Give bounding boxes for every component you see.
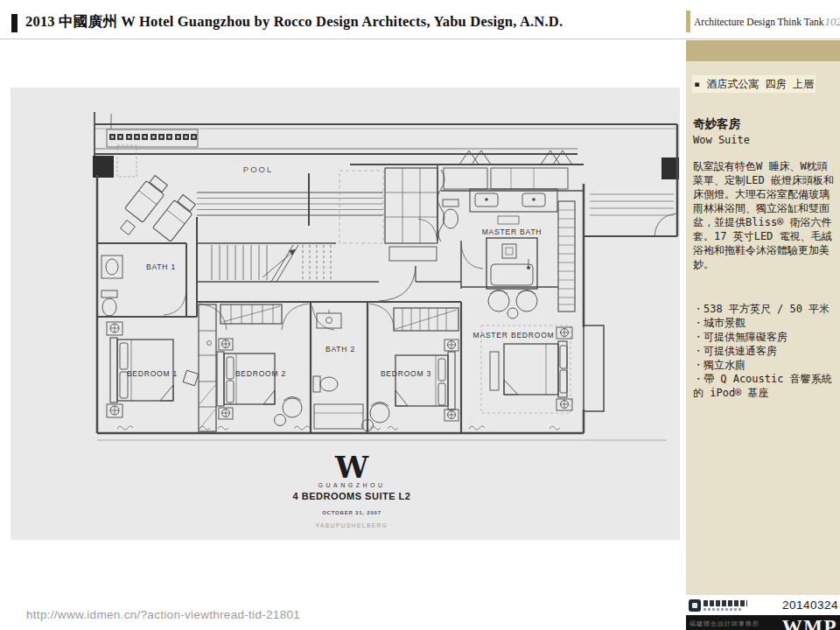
master-bath-label: MASTER BATH [482, 228, 542, 236]
bath2-label: BATH 2 [326, 345, 355, 354]
sofa-icon [340, 168, 444, 261]
suite-title-zh: 奇妙客房 [693, 116, 740, 132]
room-labels: POOL BATH 1 BEDROOM 1 BEDROOM 2 BATH 2 B… [127, 164, 555, 378]
tag-line: ▪ 酒店式公寓 四房 上層 [692, 75, 816, 93]
lounge-chairs-icon [121, 173, 199, 242]
bed3-icon [362, 340, 459, 431]
partner-logo-icon [689, 599, 750, 612]
bedroom1-label: BEDROOM 1 [127, 369, 178, 378]
bottom-bar: 福建聯合設計師事務所 WMP [686, 615, 840, 630]
plan-walls [93, 112, 679, 440]
designer-label: YABUPUSHELBERG [316, 522, 388, 528]
sidebar: ▪ 酒店式公寓 四房 上層 奇妙客房 Wow Suite 臥室設有特色W 睡床、… [686, 40, 840, 595]
plan-date: OCTOBER 31, 2007 [322, 510, 382, 515]
master-bedroom-label: MASTER BEDROOM [473, 331, 555, 340]
bed2-icon [217, 339, 302, 426]
feature-item: ・帶 Q Acoustic 音響系統的 iPod® 基座 [693, 372, 836, 400]
bath1-label: BATH 1 [146, 262, 176, 271]
title-tick [11, 14, 18, 32]
studio-name: 福建聯合設計師事務所 [690, 620, 760, 628]
closet-icon [183, 304, 216, 431]
bedroom2-label: BEDROOM 2 [235, 369, 286, 378]
bedroom3-label: BEDROOM 3 [381, 369, 431, 378]
suite-title-en: Wow Suite [693, 134, 750, 146]
brand-tick [686, 10, 690, 32]
w-logo: W [334, 450, 369, 485]
pool-water-lines [197, 192, 674, 215]
feature-item: ・獨立水廁 [693, 358, 836, 372]
partner-logo-subtext-row [704, 608, 742, 611]
floor-plan-drawing: POOL BATH 1 BEDROOM 1 BEDROOM 2 BATH 2 B… [10, 88, 680, 540]
date-stamp: 20140324 [782, 598, 838, 612]
header-divider [0, 38, 840, 39]
page-number: 102 [825, 15, 840, 28]
bath2-fixtures [313, 310, 363, 429]
feature-item: ・538 平方英尺 / 50 平米 [693, 302, 836, 316]
partner-logo-mark [689, 599, 701, 612]
plan-title-block: W GUANGZHOU 4 BEDROOMS SUITE L2 OCTOBER … [293, 450, 411, 528]
feature-item: ・可提供無障礙客房 [693, 330, 836, 344]
brand-label: Architecture Design Think Tank [694, 17, 824, 27]
stamp-strip: 20140324 [686, 597, 840, 615]
sidebar-accent-band [686, 40, 840, 61]
wmp-watermark: WMP [782, 617, 837, 630]
source-url: http://www.idmen.cn/?action-viewthread-t… [26, 608, 300, 621]
floor-plan: POOL BATH 1 BEDROOM 1 BEDROOM 2 BATH 2 B… [10, 88, 680, 540]
page-title: 2013 中國廣州 W Hotel Guangzhou by Rocco Des… [25, 12, 563, 32]
feature-item: ・城市景觀 [693, 316, 836, 330]
brand: Architecture Design Think Tank102 [694, 15, 840, 29]
suite-label: 4 BEDROOMS SUITE L2 [293, 491, 411, 501]
partner-logo-text-row [704, 600, 747, 606]
city-label: GUANGZHOU [318, 482, 386, 488]
feature-item: ・可提供連通客房 [693, 344, 836, 358]
pool-label: POOL [243, 164, 273, 174]
louver-grille-icon [109, 134, 197, 140]
feature-list: ・538 平方英尺 / 50 平米 ・城市景觀 ・可提供無障礙客房 ・可提供連通… [693, 302, 836, 400]
suite-description: 臥室設有特色W 睡床、W枕頭菜單、定制LED 嵌燈床頭板和床側燈。大理石浴室配備… [693, 159, 834, 271]
bath1-room [97, 243, 197, 317]
